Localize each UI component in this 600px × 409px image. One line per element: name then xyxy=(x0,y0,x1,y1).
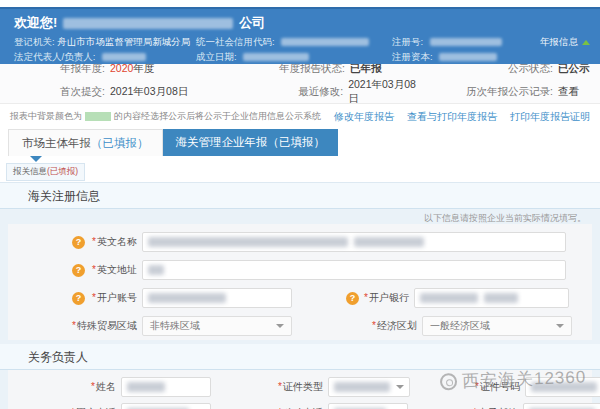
registered-capital: 注册资本: xyxy=(392,51,497,64)
email-input[interactable] xyxy=(523,403,600,409)
triangle-down-icon xyxy=(30,156,42,162)
redacted-value xyxy=(439,53,497,61)
id-number-input[interactable] xyxy=(525,377,600,397)
redacted-value xyxy=(102,53,146,61)
content-panel: 海关注册信息 以下信息请按照企业当前实际情况填写。 ? *英文名称 ? *英文地… xyxy=(0,182,600,409)
special-trade-zone-select[interactable]: 非特殊区域 xyxy=(142,316,292,336)
view-print-report-link[interactable]: 查看与打印年度报告 xyxy=(407,110,497,124)
registration-authority: 登记机关: 舟山市市场监督管理局新城分局 xyxy=(14,36,190,49)
welcome-row: 欢迎您! 公司 xyxy=(14,14,265,32)
required-mark: * xyxy=(364,292,368,303)
redacted-value xyxy=(531,382,597,392)
bank-name-label: *开户银行 xyxy=(363,291,409,305)
redacted-value xyxy=(148,265,164,275)
required-mark: * xyxy=(475,381,479,392)
publicity-state: 公示状态: 已公示 xyxy=(425,62,600,76)
report-state-value: 已年报 xyxy=(350,62,382,76)
publicity-history: 历次年报公示记录: 查看 xyxy=(425,78,600,106)
report-year: 年报年度: 2020年度 xyxy=(0,62,235,76)
section-customs-registration: 海关注册信息 xyxy=(0,183,600,209)
green-swatch xyxy=(85,112,111,121)
required-mark: * xyxy=(372,320,376,331)
english-name-input[interactable] xyxy=(142,232,566,252)
company-suffix: 公司 xyxy=(239,14,265,32)
help-icon[interactable]: ? xyxy=(72,264,85,277)
page: 欢迎您! 公司 登记机关: 舟山市市场监督管理局新城分局 统一社会信用代码: 注… xyxy=(0,0,600,409)
redacted-value xyxy=(243,53,309,61)
landline-input[interactable] xyxy=(121,403,211,409)
establishment-date: 成立日期: xyxy=(196,51,309,64)
redacted-value xyxy=(148,237,348,247)
help-icon[interactable]: ? xyxy=(346,292,359,305)
help-icon[interactable]: ? xyxy=(72,236,85,249)
customs-form: ? *英文名称 ? *英文地址 ? *开户账号 xyxy=(8,224,592,340)
redacted-value xyxy=(430,38,502,46)
annual-info-toggle[interactable]: 年报信息 xyxy=(540,36,590,49)
fill-hint: 以下信息请按照企业当前实际情况填写。 xyxy=(0,209,600,224)
required-mark: * xyxy=(92,236,96,247)
modify-report-link[interactable]: 修改年度报告 xyxy=(334,110,394,124)
section-title: 海关注册信息 xyxy=(28,189,100,203)
print-certificate-link[interactable]: 打印年度报告证明 xyxy=(510,110,590,124)
economic-zone-label: *经济区划 xyxy=(362,319,417,333)
chevron-down-icon xyxy=(396,385,404,389)
redacted-value xyxy=(281,38,369,46)
help-icon[interactable]: ? xyxy=(72,292,85,305)
bank-account-label: *开户账号 xyxy=(89,291,137,305)
report-status-band: 年报年度: 2020年度 年度报告状态: 已年报 公示状态: 已公示 首次提交:… xyxy=(0,64,600,104)
name-label: *姓名 xyxy=(8,380,116,394)
required-mark: * xyxy=(72,320,76,331)
first-submit: 首次提交: 2021年03月08日 xyxy=(0,78,235,106)
subtab-row: 报关信息(已填报) xyxy=(0,156,600,182)
redacted-value xyxy=(127,382,165,392)
form-row: ? *英文名称 xyxy=(8,228,592,256)
view-history-link[interactable]: 查看 xyxy=(558,85,579,99)
chevron-down-icon xyxy=(556,324,564,328)
required-mark: * xyxy=(91,381,95,392)
id-type-select[interactable] xyxy=(328,377,410,397)
tab-market-annual-report[interactable]: 市场主体年报（已填报） xyxy=(8,129,163,156)
redacted-value xyxy=(484,293,518,303)
english-address-label: *英文地址 xyxy=(89,263,137,277)
form-row: ? *开户账号 ? *开户银行 xyxy=(8,284,592,312)
required-mark: * xyxy=(92,264,96,275)
last-modified-value: 2021年03月08日 xyxy=(348,78,425,106)
form-row: ? *英文地址 xyxy=(8,256,592,284)
section-customs-officer: 关务负责人 xyxy=(0,344,600,370)
id-type-label: *证件类型 xyxy=(211,380,323,394)
mobile-input[interactable] xyxy=(328,403,408,409)
top-strip xyxy=(0,0,600,7)
subtab-declaration-info[interactable]: 报关信息(已填报) xyxy=(6,163,85,181)
section-title: 关务负责人 xyxy=(28,350,88,364)
redacted-value xyxy=(354,237,424,247)
name-input[interactable] xyxy=(121,377,211,397)
company-name-redacted xyxy=(63,18,233,29)
legal-representative: 法定代表人/负责人: xyxy=(14,51,146,64)
company-header: 欢迎您! 公司 登记机关: 舟山市市场监督管理局新城分局 统一社会信用代码: 注… xyxy=(0,7,600,64)
note-band: 报表中背景颜色为 的内容经选择公示后将公示于企业信用信息公示系统 修改年度报告 … xyxy=(0,104,600,129)
last-modified: 最近修改: 2021年03月08日 xyxy=(235,78,425,106)
report-state: 年度报告状态: 已年报 xyxy=(235,62,425,76)
publicity-note: 报表中背景颜色为 的内容经选择公示后将公示于企业信用信息公示系统 xyxy=(10,110,321,123)
tab-customs-annual-report[interactable]: 海关管理企业年报（已填报） xyxy=(163,129,339,156)
first-submit-value: 2021年03月08日 xyxy=(110,85,188,99)
redacted-value xyxy=(420,293,478,303)
credit-code: 统一社会信用代码: xyxy=(196,36,369,49)
report-tabs: 市场主体年报（已填报） 海关管理企业年报（已填报） xyxy=(0,129,600,156)
registration-number: 注册号: xyxy=(392,36,502,49)
bank-name-input[interactable] xyxy=(414,288,569,308)
publicity-state-value: 已公示 xyxy=(558,62,590,76)
english-address-input[interactable] xyxy=(142,260,566,280)
redacted-value xyxy=(148,293,226,303)
report-actions: 修改年度报告 查看与打印年度报告 打印年度报告证明 xyxy=(334,110,590,124)
form-row: *姓名 *证件类型 *证件号码 xyxy=(8,374,592,400)
special-trade-zone-label: *特殊贸易区域 xyxy=(72,319,137,333)
required-mark: * xyxy=(278,381,282,392)
bank-account-input[interactable] xyxy=(142,288,292,308)
redacted-value xyxy=(334,382,390,392)
caret-up-icon xyxy=(582,40,590,45)
id-number-label: *证件号码 xyxy=(410,380,520,394)
english-name-label: *英文名称 xyxy=(89,235,137,249)
required-mark: * xyxy=(92,292,96,303)
economic-zone-select[interactable]: 一般经济区域 xyxy=(422,316,572,336)
